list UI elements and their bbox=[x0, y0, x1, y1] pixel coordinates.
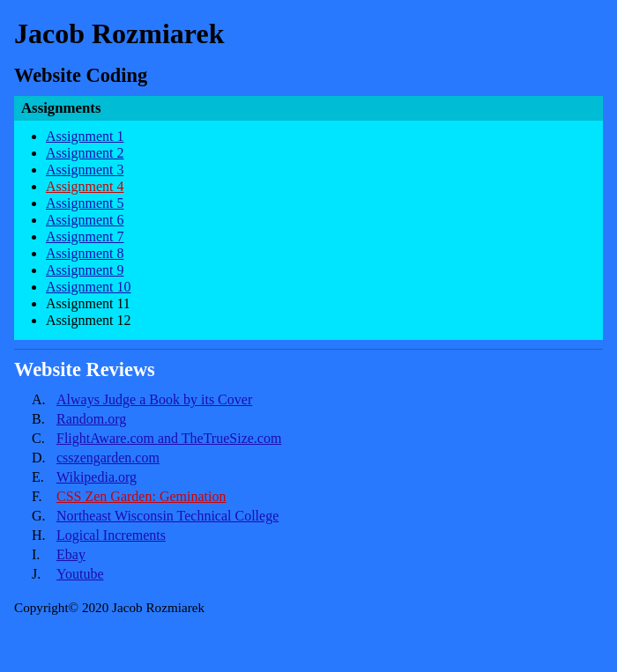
assignments-list: Assignment 1Assignment 2Assignment 3Assi… bbox=[28, 129, 589, 329]
review-list-item: I.Ebay bbox=[32, 547, 603, 563]
assignment-link[interactable]: Assignment 4 bbox=[46, 179, 123, 194]
review-label: A. bbox=[32, 392, 56, 408]
review-list-item: A.Always Judge a Book by its Cover bbox=[32, 392, 603, 408]
reviews-section: Website Reviews A.Always Judge a Book by… bbox=[14, 358, 603, 582]
assignment-list-item: Assignment 3 bbox=[46, 162, 589, 178]
assignment-link[interactable]: Assignment 10 bbox=[46, 279, 130, 294]
review-link[interactable]: csszengarden.com bbox=[56, 450, 160, 466]
section-divider bbox=[14, 349, 603, 350]
subtitle: Website Coding bbox=[14, 64, 603, 87]
review-list-item: G.Northeast Wisconsin Technical College bbox=[32, 508, 603, 524]
copyright: Copyright© 2020 Jacob Rozmiarek bbox=[14, 600, 603, 616]
assignment-link[interactable]: Assignment 5 bbox=[46, 196, 123, 210]
assignment-list-item: Assignment 5 bbox=[46, 196, 589, 211]
assignment-list-item: Assignment 4 bbox=[46, 179, 589, 195]
review-label: E. bbox=[32, 469, 56, 485]
review-list-item: D.csszengarden.com bbox=[32, 450, 603, 466]
assignment-link[interactable]: Assignment 7 bbox=[46, 229, 123, 244]
assignment-link[interactable]: Assignment 2 bbox=[46, 145, 123, 160]
assignment-link[interactable]: Assignment 1 bbox=[46, 129, 123, 144]
review-label: H. bbox=[32, 528, 56, 543]
reviews-title: Website Reviews bbox=[14, 358, 603, 381]
review-list-item: B.Random.org bbox=[32, 411, 603, 427]
assignment-list-item: Assignment 8 bbox=[46, 246, 589, 262]
review-label: G. bbox=[32, 508, 56, 524]
assignments-list-container: Assignment 1Assignment 2Assignment 3Assi… bbox=[14, 121, 603, 340]
page-title: Jacob Rozmiarek bbox=[14, 18, 603, 50]
assignment-link[interactable]: Assignment 3 bbox=[46, 162, 123, 177]
review-label: B. bbox=[32, 411, 56, 427]
review-list-item: C.FlightAware.com and TheTrueSize.com bbox=[32, 431, 603, 447]
assignments-header: Assignments bbox=[14, 96, 603, 121]
assignment-list-item: Assignment 10 bbox=[46, 279, 589, 295]
review-label: I. bbox=[32, 547, 56, 563]
review-link[interactable]: Youtube bbox=[56, 566, 104, 582]
review-link[interactable]: Random.org bbox=[56, 411, 126, 427]
review-link[interactable]: Wikipedia.org bbox=[56, 469, 137, 485]
review-list-item: E.Wikipedia.org bbox=[32, 469, 603, 485]
review-list-item: F.CSS Zen Garden: Gemination bbox=[32, 489, 603, 505]
review-label: D. bbox=[32, 450, 56, 466]
review-list-item: J.Youtube bbox=[32, 566, 603, 582]
review-link[interactable]: Northeast Wisconsin Technical College bbox=[56, 508, 279, 524]
review-list-item: H.Logical Increments bbox=[32, 528, 603, 543]
review-label: J. bbox=[32, 566, 56, 582]
assignment-list-item: Assignment 7 bbox=[46, 229, 589, 245]
assignment-list-item: Assignment 2 bbox=[46, 145, 589, 161]
assignment-list-item: Assignment 6 bbox=[46, 212, 589, 228]
assignment-link[interactable]: Assignment 9 bbox=[46, 262, 123, 277]
review-link[interactable]: Logical Increments bbox=[56, 528, 166, 543]
assignment-list-item: Assignment 9 bbox=[46, 262, 589, 278]
review-link[interactable]: Ebay bbox=[56, 547, 85, 563]
assignment-list-item: Assignment 11 bbox=[46, 296, 589, 312]
review-link[interactable]: Always Judge a Book by its Cover bbox=[56, 392, 252, 408]
assignment-link[interactable]: Assignment 8 bbox=[46, 246, 123, 261]
assignment-list-item: Assignment 12 bbox=[46, 313, 589, 329]
review-link[interactable]: FlightAware.com and TheTrueSize.com bbox=[56, 431, 281, 447]
assignment-link[interactable]: Assignment 6 bbox=[46, 212, 123, 227]
assignment-list-item: Assignment 1 bbox=[46, 129, 589, 144]
review-label: C. bbox=[32, 431, 56, 447]
review-label: F. bbox=[32, 489, 56, 505]
review-link[interactable]: CSS Zen Garden: Gemination bbox=[56, 489, 226, 505]
reviews-list: A.Always Judge a Book by its CoverB.Rand… bbox=[14, 392, 603, 582]
